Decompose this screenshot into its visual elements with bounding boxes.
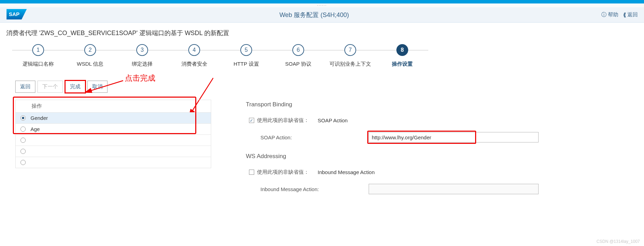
drag-handle-icon[interactable]: ······ [0,3,644,7]
radio-gender[interactable] [20,115,26,121]
step-circle-6: 6 [292,44,304,56]
wizard-step-2[interactable]: 2 WSDL 信息 [64,44,116,67]
wizard-step-6[interactable]: 6 SOAP 协议 [272,44,324,67]
row-ws-use-non-default: 使用此项的非缺省值： Inbound Message Action [246,169,634,175]
label-soap-action: SOAP Action: [257,134,369,140]
wizard-step-8[interactable]: 8 操作设置 [376,44,428,67]
back-icon: ⟪ [623,12,626,18]
wizard-step-5[interactable]: 5 HTTP 设置 [220,44,272,67]
help-icon: ⓘ [601,11,607,18]
help-link[interactable]: ⓘ帮助 [601,11,618,18]
step-circle-3: 3 [136,44,148,56]
radio-empty-3[interactable] [20,160,26,165]
back-button[interactable]: 返回 [15,81,35,93]
operation-row-empty[interactable] [16,146,211,157]
static-soap-action: SOAP Action [318,117,347,123]
back-link[interactable]: ⟪返回 [623,11,638,18]
window-top-accent [0,0,644,3]
step-circle-4: 4 [188,44,200,56]
radio-age[interactable] [20,126,26,132]
static-inbound-action: Inbound Message Action [318,169,375,175]
inbound-action-input[interactable] [369,184,539,194]
wizard-step-4[interactable]: 4 消费者安全 [168,44,220,67]
label-ws-non-default: 使用此项的非缺省值： [257,169,318,175]
operation-row-gender[interactable]: Gender [16,112,211,123]
wizard-step-1[interactable]: 1 逻辑端口名称 [12,44,64,67]
operation-row-empty[interactable] [16,157,211,168]
step-label-3: 绑定选择 [132,61,153,67]
next-button: 下一个 [37,81,63,93]
operation-row-age[interactable]: Age [16,123,211,134]
sap-logo: SAP [6,9,27,21]
operation-label-age: Age [31,126,40,132]
app-header: SAP Web 服务配置 (S4H;400) ⓘ帮助 ⟪返回 [0,7,644,23]
back-label: 返回 [627,11,638,18]
wizard-toolbar: 返回 下一个 完成 取消 [0,74,644,93]
label-inbound-action: Inbound Message Action: [257,186,369,192]
label-transport-non-default: 使用此项的非缺省值： [257,117,318,124]
step-label-5: HTTP 设置 [233,61,259,67]
page-subtitle: 消费者代理 'ZWS_CO_WEB_SERVICE1SOAP' 逻辑端口的基于 … [0,23,644,41]
step-circle-1: 1 [32,44,44,56]
help-label: 帮助 [608,11,618,18]
radio-empty-1[interactable] [20,138,26,143]
svg-text:SAP: SAP [9,11,20,17]
step-circle-2: 2 [84,44,96,56]
soap-action-input[interactable] [369,132,539,142]
step-label-8: 操作设置 [392,61,413,67]
cancel-button[interactable]: 取消 [87,81,108,93]
operations-header: 操作 [16,100,211,112]
row-soap-action-input: SOAP Action: [246,132,634,142]
step-label-1: 逻辑端口名称 [23,61,54,67]
finish-button[interactable]: 完成 [65,81,85,93]
step-circle-8: 8 [396,44,408,56]
step-label-6: SOAP 协议 [285,61,311,67]
row-transport-use-non-default: 使用此项的非缺省值： SOAP Action [246,117,634,124]
page-title: Web 服务配置 (S4H;400) [280,11,349,18]
step-label-2: WSDL 信息 [77,61,104,67]
section-title-ws: WS Addressing [246,153,634,160]
checkbox-transport-non-default[interactable] [249,118,254,123]
operations-table: 操作 Gender Age [15,100,211,168]
annotation-text: 点击完成 [125,73,155,83]
wizard-step-3[interactable]: 3 绑定选择 [116,44,168,67]
wizard-step-7[interactable]: 7 可识别业务上下文 [324,44,376,67]
row-inbound-input: Inbound Message Action: [246,184,634,194]
operation-row-empty[interactable] [16,134,211,146]
operation-label-gender: Gender [31,115,48,121]
step-circle-5: 5 [240,44,252,56]
step-circle-7: 7 [344,44,356,56]
radio-empty-2[interactable] [20,149,26,154]
wizard-stepper: 1 逻辑端口名称 2 WSDL 信息 3 绑定选择 4 消费者安全 5 HTTP… [0,41,644,74]
checkbox-ws-non-default[interactable] [249,170,254,175]
section-title-transport: Transport Binding [246,101,634,108]
step-label-4: 消费者安全 [181,61,207,67]
step-label-7: 可识别业务上下文 [329,61,371,67]
